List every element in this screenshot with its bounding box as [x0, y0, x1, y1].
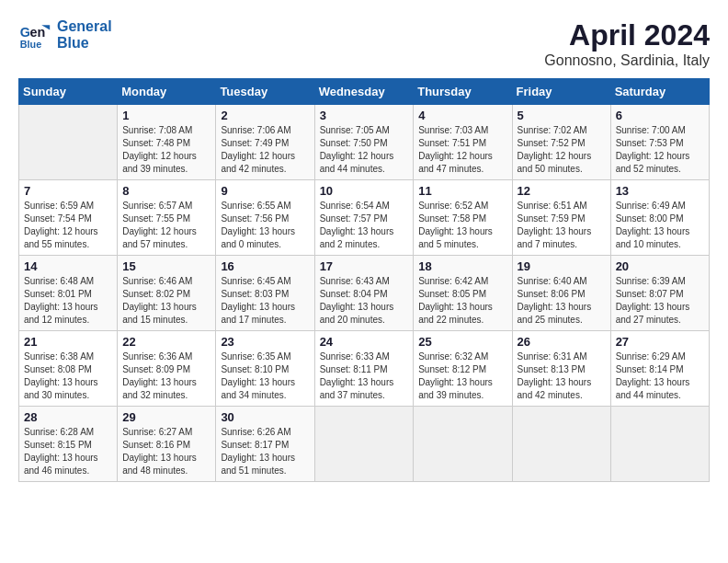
day-number: 17	[320, 259, 409, 273]
day-number: 8	[122, 184, 210, 198]
day-info: Sunrise: 6:46 AM Sunset: 8:02 PM Dayligh…	[122, 275, 210, 327]
calendar-cell: 4Sunrise: 7:03 AM Sunset: 7:51 PM Daylig…	[414, 105, 512, 180]
day-info: Sunrise: 7:06 AM Sunset: 7:49 PM Dayligh…	[221, 124, 309, 176]
svg-text:G: G	[20, 25, 30, 40]
calendar-cell: 1Sunrise: 7:08 AM Sunset: 7:48 PM Daylig…	[118, 105, 216, 180]
calendar-cell: 29Sunrise: 6:27 AM Sunset: 8:16 PM Dayli…	[118, 407, 216, 482]
day-number: 28	[24, 410, 112, 424]
column-header-sunday: Sunday	[19, 79, 118, 105]
calendar-cell: 13Sunrise: 6:49 AM Sunset: 8:00 PM Dayli…	[610, 180, 709, 256]
day-info: Sunrise: 6:45 AM Sunset: 8:03 PM Dayligh…	[221, 275, 309, 327]
calendar-cell: 11Sunrise: 6:52 AM Sunset: 7:58 PM Dayli…	[414, 180, 512, 256]
calendar-cell: 9Sunrise: 6:55 AM Sunset: 7:56 PM Daylig…	[216, 180, 314, 256]
day-info: Sunrise: 6:48 AM Sunset: 8:01 PM Dayligh…	[24, 275, 112, 327]
day-number: 1	[122, 109, 210, 122]
calendar-cell: 27Sunrise: 6:29 AM Sunset: 8:14 PM Dayli…	[610, 331, 709, 407]
day-info: Sunrise: 6:57 AM Sunset: 7:55 PM Dayligh…	[122, 200, 210, 251]
day-info: Sunrise: 6:49 AM Sunset: 8:00 PM Dayligh…	[616, 200, 704, 251]
day-number: 14	[24, 259, 112, 273]
day-number: 7	[24, 184, 112, 198]
day-number: 20	[616, 259, 704, 273]
day-info: Sunrise: 6:36 AM Sunset: 8:09 PM Dayligh…	[122, 350, 210, 402]
calendar-cell	[414, 407, 512, 482]
day-number: 30	[221, 410, 309, 424]
calendar-cell: 30Sunrise: 6:26 AM Sunset: 8:17 PM Dayli…	[216, 407, 314, 482]
day-info: Sunrise: 7:00 AM Sunset: 7:53 PM Dayligh…	[616, 124, 704, 176]
day-info: Sunrise: 6:33 AM Sunset: 8:11 PM Dayligh…	[320, 350, 409, 402]
day-info: Sunrise: 7:05 AM Sunset: 7:50 PM Dayligh…	[320, 124, 409, 176]
calendar-cell: 12Sunrise: 6:51 AM Sunset: 7:59 PM Dayli…	[512, 180, 610, 256]
calendar-cell: 22Sunrise: 6:36 AM Sunset: 8:09 PM Dayli…	[118, 331, 216, 407]
logo: G en Blue General Blue	[18, 18, 112, 52]
day-info: Sunrise: 6:38 AM Sunset: 8:08 PM Dayligh…	[24, 350, 112, 402]
day-number: 27	[616, 335, 704, 349]
day-info: Sunrise: 6:32 AM Sunset: 8:12 PM Dayligh…	[418, 350, 506, 402]
calendar-cell: 23Sunrise: 6:35 AM Sunset: 8:10 PM Dayli…	[216, 331, 314, 407]
day-number: 23	[221, 335, 309, 349]
day-info: Sunrise: 6:40 AM Sunset: 8:06 PM Dayligh…	[518, 275, 606, 327]
calendar-cell	[512, 407, 610, 482]
day-info: Sunrise: 6:39 AM Sunset: 8:07 PM Dayligh…	[616, 275, 704, 327]
calendar-cell: 18Sunrise: 6:42 AM Sunset: 8:05 PM Dayli…	[414, 256, 512, 331]
day-number: 21	[24, 335, 112, 349]
calendar-cell: 17Sunrise: 6:43 AM Sunset: 8:04 PM Dayli…	[314, 256, 414, 331]
calendar-cell: 7Sunrise: 6:59 AM Sunset: 7:54 PM Daylig…	[19, 180, 118, 256]
column-header-wednesday: Wednesday	[314, 79, 414, 105]
day-info: Sunrise: 6:43 AM Sunset: 8:04 PM Dayligh…	[320, 275, 409, 327]
calendar-cell: 16Sunrise: 6:45 AM Sunset: 8:03 PM Dayli…	[216, 256, 314, 331]
day-info: Sunrise: 6:29 AM Sunset: 8:14 PM Dayligh…	[616, 350, 704, 402]
calendar-cell: 24Sunrise: 6:33 AM Sunset: 8:11 PM Dayli…	[314, 331, 414, 407]
day-number: 11	[418, 184, 506, 198]
day-number: 26	[518, 335, 606, 349]
day-number: 24	[320, 335, 409, 349]
day-number: 3	[320, 109, 409, 122]
week-row-1: 1Sunrise: 7:08 AM Sunset: 7:48 PM Daylig…	[19, 105, 710, 180]
calendar-cell	[610, 407, 709, 482]
calendar-cell: 8Sunrise: 6:57 AM Sunset: 7:55 PM Daylig…	[118, 180, 216, 256]
day-number: 6	[616, 109, 704, 122]
calendar-cell: 26Sunrise: 6:31 AM Sunset: 8:13 PM Dayli…	[512, 331, 610, 407]
column-header-tuesday: Tuesday	[216, 79, 314, 105]
logo-icon: G en Blue	[18, 18, 51, 52]
column-header-saturday: Saturday	[610, 79, 709, 105]
day-number: 25	[418, 335, 506, 349]
day-number: 22	[122, 335, 210, 349]
day-info: Sunrise: 7:08 AM Sunset: 7:48 PM Dayligh…	[122, 124, 210, 176]
week-row-3: 14Sunrise: 6:48 AM Sunset: 8:01 PM Dayli…	[19, 256, 710, 331]
week-row-4: 21Sunrise: 6:38 AM Sunset: 8:08 PM Dayli…	[19, 331, 710, 407]
column-header-monday: Monday	[118, 79, 216, 105]
logo-general: General	[57, 18, 112, 35]
calendar-table: SundayMondayTuesdayWednesdayThursdayFrid…	[18, 78, 710, 482]
title-area: April 2024 Gonnosno, Sardinia, Italy	[544, 18, 710, 69]
calendar-cell: 10Sunrise: 6:54 AM Sunset: 7:57 PM Dayli…	[314, 180, 414, 256]
calendar-cell: 15Sunrise: 6:46 AM Sunset: 8:02 PM Dayli…	[118, 256, 216, 331]
calendar-cell: 14Sunrise: 6:48 AM Sunset: 8:01 PM Dayli…	[19, 256, 118, 331]
day-number: 18	[418, 259, 506, 273]
day-number: 29	[122, 410, 210, 424]
header-row: SundayMondayTuesdayWednesdayThursdayFrid…	[19, 79, 710, 105]
day-info: Sunrise: 6:51 AM Sunset: 7:59 PM Dayligh…	[518, 200, 606, 251]
day-number: 4	[418, 109, 506, 122]
week-row-2: 7Sunrise: 6:59 AM Sunset: 7:54 PM Daylig…	[19, 180, 710, 256]
column-header-thursday: Thursday	[414, 79, 512, 105]
day-info: Sunrise: 6:55 AM Sunset: 7:56 PM Dayligh…	[221, 200, 309, 251]
day-number: 19	[518, 259, 606, 273]
day-number: 2	[221, 109, 309, 122]
calendar-cell: 3Sunrise: 7:05 AM Sunset: 7:50 PM Daylig…	[314, 105, 414, 180]
day-number: 12	[518, 184, 606, 198]
day-info: Sunrise: 7:02 AM Sunset: 7:52 PM Dayligh…	[518, 124, 606, 176]
calendar-cell: 20Sunrise: 6:39 AM Sunset: 8:07 PM Dayli…	[610, 256, 709, 331]
day-info: Sunrise: 6:26 AM Sunset: 8:17 PM Dayligh…	[221, 426, 309, 477]
calendar-cell: 6Sunrise: 7:00 AM Sunset: 7:53 PM Daylig…	[610, 105, 709, 180]
calendar-subtitle: Gonnosno, Sardinia, Italy	[544, 52, 710, 69]
svg-text:Blue: Blue	[20, 39, 41, 50]
calendar-cell: 5Sunrise: 7:02 AM Sunset: 7:52 PM Daylig…	[512, 105, 610, 180]
day-info: Sunrise: 6:35 AM Sunset: 8:10 PM Dayligh…	[221, 350, 309, 402]
day-number: 5	[518, 109, 606, 122]
day-info: Sunrise: 6:28 AM Sunset: 8:15 PM Dayligh…	[24, 426, 112, 477]
calendar-title: April 2024	[544, 18, 710, 52]
column-header-friday: Friday	[512, 79, 610, 105]
day-number: 15	[122, 259, 210, 273]
day-info: Sunrise: 6:52 AM Sunset: 7:58 PM Dayligh…	[418, 200, 506, 251]
day-number: 16	[221, 259, 309, 273]
